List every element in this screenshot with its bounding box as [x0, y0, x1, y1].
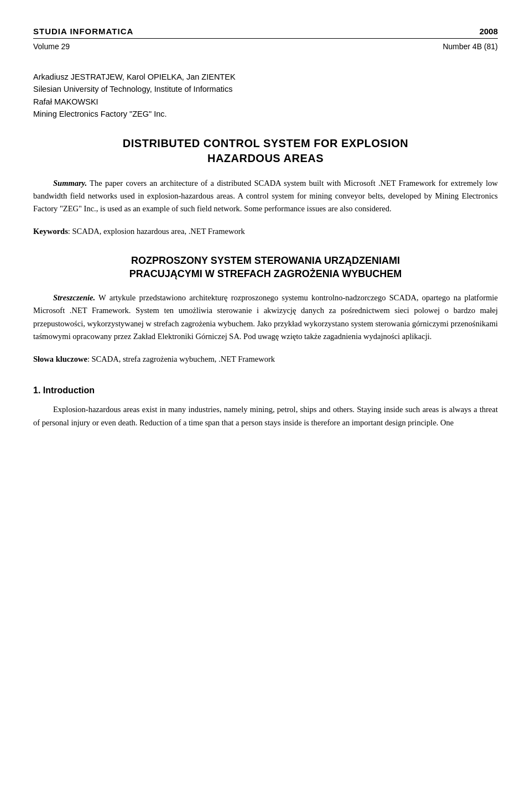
- number: Number 4B (81): [442, 42, 498, 51]
- summary-content: The paper covers an architecture of a di…: [33, 179, 498, 213]
- slowa-text: Słowa kluczowe: SCADA, strefa zagrożenia…: [33, 353, 498, 366]
- keywords-text: Keywords: SCADA, explosion hazardous are…: [33, 225, 498, 238]
- keywords-content: : SCADA, explosion hazardous area, .NET …: [68, 227, 245, 236]
- keywords-label: Keywords: [33, 227, 68, 236]
- slowa-label: Słowa kluczowe: [33, 355, 87, 363]
- slowa-block: Słowa kluczowe: SCADA, strefa zagrożenia…: [33, 353, 498, 366]
- authors-line3: Rafał MAKOWSKI: [33, 96, 498, 108]
- header-year: 2008: [480, 27, 498, 36]
- authors-line1: Arkadiusz JESTRATJEW, Karol OPIELKA, Jan…: [33, 71, 498, 83]
- streszczenie-label: Streszczenie.: [53, 293, 95, 302]
- volume: Volume 29: [33, 42, 70, 51]
- summary-text: Summary. The paper covers an architectur…: [33, 177, 498, 216]
- section1-heading: 1. Introduction: [33, 386, 498, 395]
- summary-block: Summary. The paper covers an architectur…: [33, 177, 498, 216]
- streszczenie-text: Streszczenie. W artykule przedstawiono a…: [33, 292, 498, 343]
- keywords-block: Keywords: SCADA, explosion hazardous are…: [33, 225, 498, 238]
- streszczenie-block: Streszczenie. W artykule przedstawiono a…: [33, 292, 498, 343]
- authors-block: Arkadiusz JESTRATJEW, Karol OPIELKA, Jan…: [33, 71, 498, 121]
- page: STUDIA INFORMATICA 2008 Volume 29 Number…: [0, 0, 531, 812]
- journal-title: STUDIA INFORMATICA: [33, 27, 133, 36]
- polish-title: ROZPROSZONY SYSTEM STEROWANIA URZĄDZENIA…: [33, 254, 498, 281]
- slowa-content: : SCADA, strefa zagrożenia wybuchem, .NE…: [87, 355, 275, 363]
- polish-title-text: ROZPROSZONY SYSTEM STEROWANIA URZĄDZENIA…: [33, 254, 498, 281]
- subheader-bar: Volume 29 Number 4B (81): [33, 42, 498, 51]
- authors-line2: Silesian University of Technology, Insti…: [33, 83, 498, 95]
- section1: 1. Introduction Explosion-hazardous area…: [33, 386, 498, 430]
- section1-paragraph1: Explosion-hazardous areas exist in many …: [33, 403, 498, 430]
- summary-label: Summary.: [53, 179, 87, 188]
- header-bar: STUDIA INFORMATICA 2008: [33, 27, 498, 39]
- main-title: DISTRIBUTED CONTROL SYSTEM FOR EXPLOSION…: [33, 136, 498, 166]
- authors-line4: Mining Electronics Factory "ZEG" Inc.: [33, 108, 498, 120]
- main-title-text: DISTRIBUTED CONTROL SYSTEM FOR EXPLOSION…: [33, 136, 498, 166]
- streszczenie-content: W artykule przedstawiono architekturę ro…: [33, 293, 498, 341]
